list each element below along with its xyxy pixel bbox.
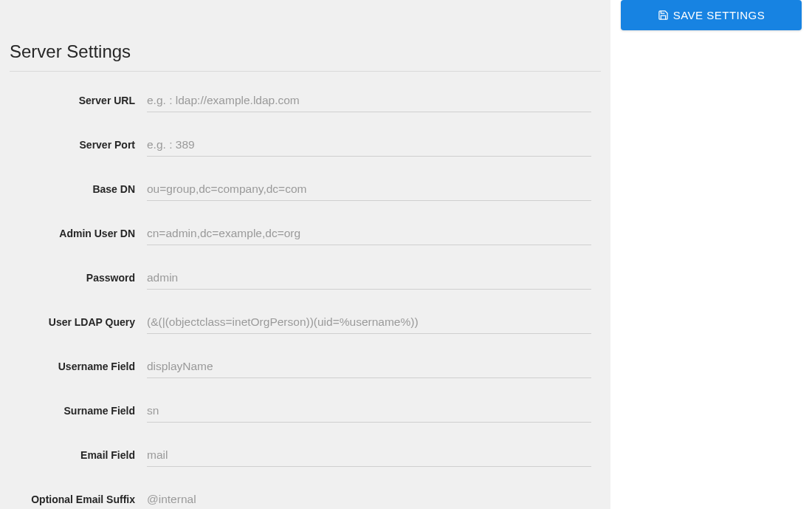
- field-row-user-ldap-query: User LDAP Query: [10, 314, 591, 334]
- side-panel: SAVE SETTINGS: [610, 0, 812, 509]
- save-icon: [658, 10, 669, 21]
- field-row-password: Password: [10, 270, 591, 290]
- field-row-email-field: Email Field: [10, 447, 591, 467]
- field-row-server-port: Server Port: [10, 137, 591, 157]
- input-server-url[interactable]: [147, 92, 591, 112]
- label-password: Password: [10, 270, 147, 284]
- input-base-dn[interactable]: [147, 181, 591, 201]
- field-row-server-url: Server URL: [10, 92, 591, 112]
- label-username-field: Username Field: [10, 358, 147, 372]
- save-settings-button[interactable]: SAVE SETTINGS: [621, 0, 802, 30]
- save-settings-label: SAVE SETTINGS: [673, 9, 765, 21]
- input-email-field[interactable]: [147, 447, 591, 467]
- main-panel: Server Settings Server URL Server Port B…: [0, 0, 610, 509]
- label-admin-user-dn: Admin User DN: [10, 225, 147, 239]
- server-settings-form: Server URL Server Port Base DN Admin Use…: [0, 92, 610, 509]
- input-surname-field[interactable]: [147, 403, 591, 423]
- divider: [10, 71, 601, 72]
- input-server-port[interactable]: [147, 137, 591, 157]
- label-server-port: Server Port: [10, 137, 147, 151]
- input-admin-user-dn[interactable]: [147, 225, 591, 245]
- label-server-url: Server URL: [10, 92, 147, 106]
- label-optional-email-suffix: Optional Email Suffix: [10, 491, 147, 505]
- field-row-surname-field: Surname Field: [10, 403, 591, 423]
- label-user-ldap-query: User LDAP Query: [10, 314, 147, 328]
- input-password[interactable]: [147, 270, 591, 290]
- input-user-ldap-query[interactable]: [147, 314, 591, 334]
- label-email-field: Email Field: [10, 447, 147, 461]
- field-row-admin-user-dn: Admin User DN: [10, 225, 591, 245]
- field-row-optional-email-suffix: Optional Email Suffix: [10, 491, 591, 509]
- field-row-base-dn: Base DN: [10, 181, 591, 201]
- label-surname-field: Surname Field: [10, 403, 147, 417]
- label-base-dn: Base DN: [10, 181, 147, 195]
- input-username-field[interactable]: [147, 358, 591, 378]
- section-title: Server Settings: [0, 0, 610, 71]
- field-row-username-field: Username Field: [10, 358, 591, 378]
- input-optional-email-suffix[interactable]: [147, 491, 591, 509]
